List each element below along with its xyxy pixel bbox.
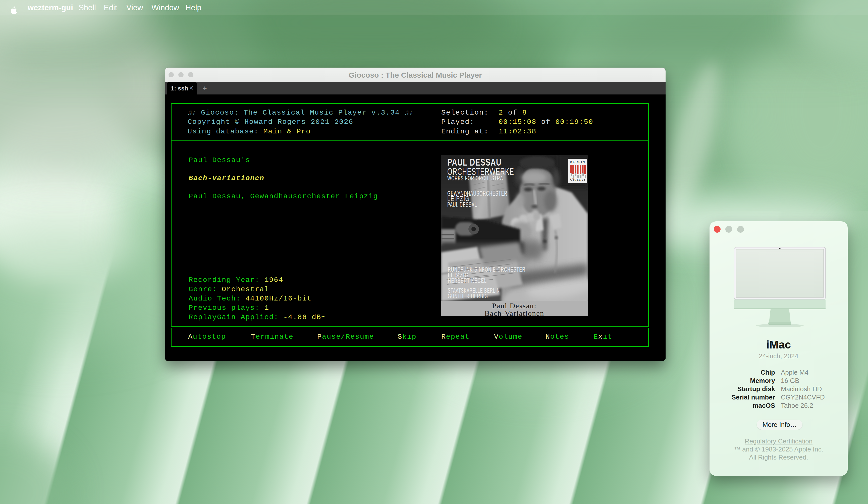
svg-text:PAUL DESSAU: PAUL DESSAU [447,157,502,167]
svg-text:BERLIN: BERLIN [570,160,585,164]
svg-text:GÜNTHER HERBIG: GÜNTHER HERBIG [448,292,488,300]
svg-text:Paul Dessau:: Paul Dessau: [492,301,537,310]
svg-text:Classics: Classics [570,177,586,182]
svg-text:HERBERT KEGEL: HERBERT KEGEL [448,277,487,285]
svg-text:WORKS FOR ORCHESTRA: WORKS FOR ORCHESTRA [447,175,503,182]
svg-text:PAUL DESSAU: PAUL DESSAU [447,201,478,208]
svg-text:Bach-Variationen: Bach-Variationen [485,309,544,316]
